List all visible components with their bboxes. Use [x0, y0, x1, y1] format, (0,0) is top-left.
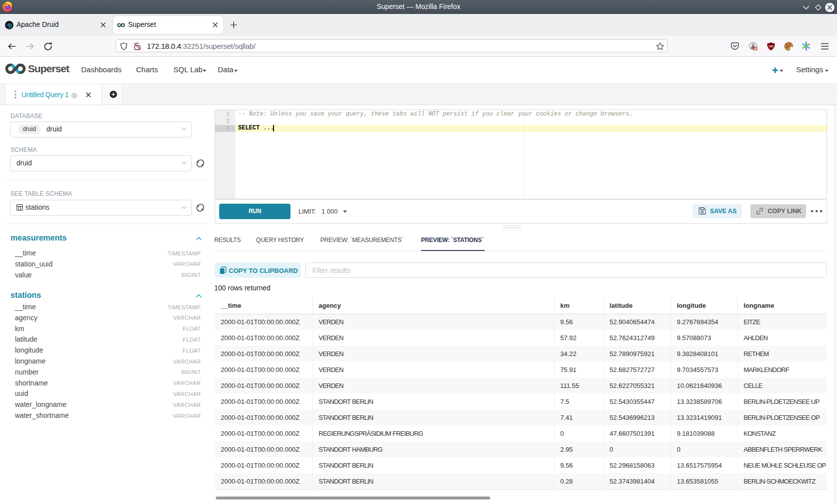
svg-text:UO: UO [769, 45, 773, 48]
